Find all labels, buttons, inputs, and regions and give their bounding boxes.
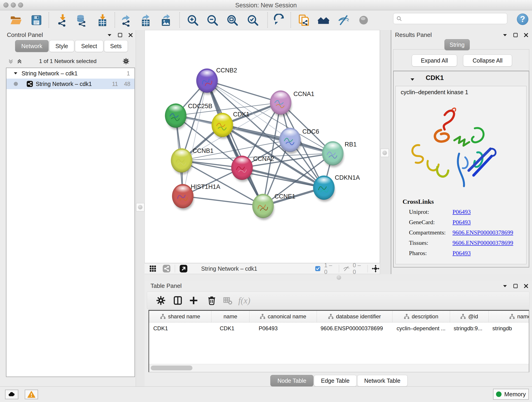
copy-network-button[interactable]: [297, 13, 310, 27]
crosslink-link[interactable]: P06493: [452, 219, 471, 229]
open-in-new-window-icon[interactable]: [179, 264, 188, 274]
network-canvas[interactable]: CCNB2CCNA1CDC25BCDK1CDC6RB1CCNB1CCNA2CDK…: [145, 30, 380, 263]
export-network-button[interactable]: [120, 13, 133, 27]
crosslink-link[interactable]: P06493: [452, 209, 471, 219]
panel-close-icon[interactable]: [523, 32, 529, 38]
inactive-eye-button[interactable]: [357, 13, 370, 27]
network-node-CDC6[interactable]: CDC6: [279, 128, 319, 154]
network-node-HIST1H1A[interactable]: HIST1H1A: [172, 183, 220, 210]
splitter-handle[interactable]: [336, 275, 341, 280]
collapse-all-button[interactable]: Collapse All: [463, 55, 512, 66]
show-hide-button[interactable]: [337, 13, 350, 27]
search-input[interactable]: [402, 15, 499, 22]
scrollbar-thumb[interactable]: [151, 366, 192, 370]
column-header-description[interactable]: description: [393, 311, 450, 322]
help-button[interactable]: ?: [517, 13, 528, 25]
tab-edge-table[interactable]: Edge Table: [314, 375, 357, 386]
crosslink-link[interactable]: 9606.ENSP00000378699: [452, 229, 513, 240]
network-options-gear-icon[interactable]: [122, 57, 130, 65]
tab-network[interactable]: Network: [15, 40, 49, 52]
add-column-button[interactable]: [188, 294, 200, 306]
vertical-splitter-left[interactable]: [136, 30, 145, 386]
open-file-button[interactable]: [9, 13, 22, 27]
tab-style[interactable]: Style: [49, 40, 75, 52]
export-image-button[interactable]: [159, 13, 173, 27]
fit-content-crosshair-icon[interactable]: [371, 264, 380, 274]
network-edge[interactable]: [183, 196, 263, 206]
delete-column-button[interactable]: [206, 294, 218, 306]
table-row[interactable]: CDK1CDK1P064939606.ENSP00000378699cyclin…: [149, 322, 529, 334]
gene-entry-header[interactable]: CDK1: [394, 71, 529, 85]
table-settings-button[interactable]: [155, 294, 167, 306]
network-node-CDKN1A[interactable]: CDKN1A: [313, 174, 360, 202]
tree-expand-caret-icon[interactable]: [13, 71, 18, 76]
tab-sets[interactable]: Sets: [104, 40, 128, 52]
entry-caret-icon[interactable]: [410, 77, 415, 82]
save-session-button[interactable]: [30, 13, 43, 27]
network-node-CDK1[interactable]: CDK1: [211, 111, 249, 139]
network-edge[interactable]: [183, 81, 207, 196]
column-header-shared-name[interactable]: shared name: [149, 311, 211, 322]
zoom-selected-button[interactable]: [246, 13, 259, 27]
network-node-CCNE1[interactable]: CCNE1: [252, 193, 295, 220]
column-header-canonical-name[interactable]: canonical name: [249, 311, 317, 322]
network-badge-icon[interactable]: [162, 264, 171, 273]
panel-close-icon[interactable]: [523, 283, 529, 289]
table-cell[interactable]: 9606.ENSP00000378699: [317, 322, 393, 334]
refresh-button[interactable]: [273, 13, 286, 27]
tab-select[interactable]: Select: [75, 40, 103, 52]
panel-collapse-icon[interactable]: [107, 32, 112, 38]
zoom-fit-button[interactable]: [226, 13, 239, 27]
crosslink-link[interactable]: 9606.ENSP00000378699: [452, 240, 513, 250]
table-cell[interactable]: P06493: [249, 322, 317, 334]
network-tree-row[interactable]: String Network – cdk11148: [6, 79, 134, 89]
network-edge[interactable]: [207, 81, 280, 103]
table-cell[interactable]: cyclin–dependent ...: [393, 322, 450, 334]
grid-view-icon[interactable]: [149, 264, 157, 273]
panel-collapse-icon[interactable]: [502, 32, 508, 38]
vertical-splitter-right[interactable]: [380, 30, 391, 274]
memory-button[interactable]: Memory: [493, 389, 529, 400]
panel-collapse-icon[interactable]: [502, 283, 508, 289]
network-node-CCNA1[interactable]: CCNA1: [270, 90, 314, 116]
export-table-button[interactable]: [139, 13, 152, 27]
table-cell[interactable]: stringdb: [489, 322, 529, 334]
column-header-database-identifier[interactable]: database identifier: [317, 311, 393, 322]
table-horizontal-scrollbar[interactable]: [149, 364, 529, 372]
column-header--id[interactable]: @id: [450, 311, 489, 322]
network-node-CCNB2[interactable]: CCNB2: [196, 67, 237, 95]
column-header-namespace[interactable]: namespace: [489, 311, 529, 322]
splitter-handle[interactable]: [380, 149, 389, 157]
panel-float-icon[interactable]: [513, 283, 518, 289]
zoom-in-button[interactable]: [186, 13, 199, 27]
function-builder-button[interactable]: f(x): [238, 294, 250, 306]
panel-close-icon[interactable]: [128, 32, 133, 38]
network-node-RB1[interactable]: RB1: [322, 141, 356, 167]
horizontal-splitter[interactable]: [145, 274, 532, 281]
tab-node-table[interactable]: Node Table: [270, 375, 313, 386]
delete-table-button[interactable]: [222, 294, 234, 306]
import-network-button[interactable]: [56, 13, 69, 27]
splitter-handle[interactable]: [136, 203, 144, 211]
home-pages-button[interactable]: [317, 13, 330, 27]
column-header-name[interactable]: name: [211, 311, 249, 322]
tab-network-table[interactable]: Network Table: [357, 375, 408, 386]
table-cell[interactable]: CDK1: [211, 322, 249, 334]
cloud-status-button[interactable]: [5, 390, 18, 399]
network-graph[interactable]: CCNB2CCNA1CDC25BCDK1CDC6RB1CCNB1CCNA2CDK…: [145, 30, 380, 263]
warning-status-button[interactable]: [25, 390, 38, 399]
import-table-button[interactable]: [96, 13, 109, 27]
selected-checkbox-icon[interactable]: [315, 265, 321, 272]
search-box[interactable]: [393, 13, 507, 24]
panel-float-icon[interactable]: [513, 32, 518, 38]
import-database-button[interactable]: [75, 13, 88, 27]
zoom-out-button[interactable]: [206, 13, 219, 27]
network-tree-root-row[interactable]: String Network – cdk1 1: [6, 68, 134, 79]
show-columns-button[interactable]: [172, 294, 184, 306]
tab-string[interactable]: String: [444, 39, 470, 50]
crosslink-link[interactable]: P06493: [452, 250, 471, 260]
panel-float-icon[interactable]: [117, 32, 123, 38]
table-cell[interactable]: CDK1: [149, 322, 211, 334]
expand-all-button[interactable]: Expand All: [412, 55, 457, 66]
table-cell[interactable]: stringdb:9...: [450, 322, 489, 334]
